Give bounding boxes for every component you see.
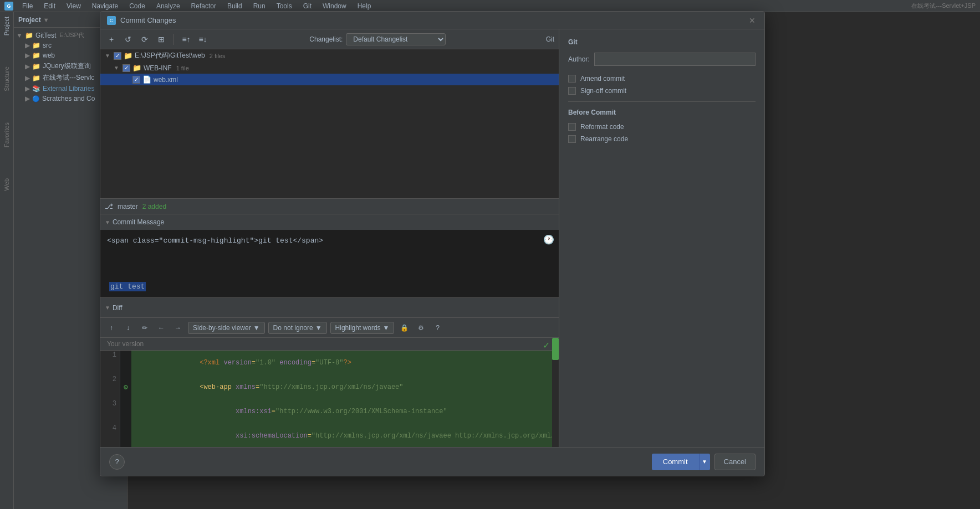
expand-all-button[interactable]: ≡↓	[196, 33, 210, 46]
diff-help-button[interactable]: ?	[431, 321, 444, 335]
folder-icon-web: 📁	[32, 52, 40, 59]
diff-line-4: 4 xsi:schemaLocation="http://xmlns.jcp.o…	[100, 424, 559, 447]
author-input[interactable]	[594, 53, 756, 66]
menu-tools[interactable]: Tools	[274, 1, 294, 11]
sync-button[interactable]: ⟳	[138, 33, 151, 46]
sidebar-tab-favorites[interactable]: Favorites	[1, 118, 12, 152]
tree-label-web: web	[43, 52, 55, 59]
menu-view[interactable]: View	[64, 1, 83, 11]
diff-up-button[interactable]: ↑	[105, 321, 118, 335]
menu-analyze[interactable]: Analyze	[154, 1, 182, 11]
amend-commit-row: Amend commit	[568, 75, 756, 83]
commit-message-history-icon[interactable]: 🕐	[543, 234, 554, 245]
menu-code[interactable]: Code	[127, 1, 147, 11]
line-num-3: 3	[100, 399, 120, 424]
xml-equals-1: =	[252, 359, 256, 367]
checkbox-webxml[interactable]: ✓	[132, 76, 140, 84]
diff-ignore-dropdown[interactable]: Do not ignore ▼	[268, 322, 327, 334]
help-button[interactable]: ?	[109, 454, 125, 470]
file-tree-item-webxml[interactable]: ✓ 📄 web.xml	[100, 74, 559, 85]
menu-edit[interactable]: Edit	[42, 1, 58, 11]
chevron-down-icon-2: ▼	[315, 324, 322, 332]
tree-label-extlib: External Libraries	[43, 85, 94, 92]
file-tree: ▼ ✓ 📁 E:\JSP代码\GitTest\web 2 files ▼ ✓ 📁…	[100, 49, 559, 198]
diff-next-button[interactable]: →	[171, 321, 185, 335]
file-tree-folder-root[interactable]: ▼ ✓ 📁 E:\JSP代码\GitTest\web 2 files	[100, 49, 559, 62]
menu-file[interactable]: File	[20, 1, 35, 11]
author-label: Author:	[568, 55, 590, 63]
sidebar-tab-web[interactable]: Web	[1, 174, 12, 195]
folder-icon-webinf: 📁	[132, 64, 141, 72]
folder-icon-servlet: 📁	[32, 74, 40, 82]
commit-button-group: Commit ▼	[652, 454, 710, 470]
expand-icon-web: ▶	[25, 52, 30, 59]
xml-attr-version: version	[223, 359, 251, 367]
branch-name: master	[118, 203, 138, 210]
expand-icon-src: ▶	[25, 42, 30, 49]
file-tree-folder-webinf[interactable]: ▼ ✓ 📁 WEB-INF 1 file	[100, 62, 559, 74]
rearrange-code-checkbox[interactable]	[568, 135, 576, 143]
menu-window[interactable]: Window	[320, 1, 349, 11]
menu-git[interactable]: Git	[301, 1, 314, 11]
amend-commit-label: Amend commit	[580, 75, 625, 83]
checkbox-webinf[interactable]: ✓	[122, 64, 130, 72]
line-content-4: xsi:schemaLocation="http://xmlns.jcp.org…	[131, 424, 559, 447]
commit-button[interactable]: Commit	[652, 454, 699, 470]
branch-icon: ⎇	[105, 202, 113, 210]
reformat-code-checkbox[interactable]	[568, 123, 576, 131]
diff-edit-button[interactable]: ✏	[138, 321, 151, 335]
ide-background: G File Edit View Navigate Code Analyze R…	[0, 0, 980, 509]
diff-down-button[interactable]: ↓	[121, 321, 135, 335]
before-commit-title: Before Commit	[568, 109, 756, 116]
rearrange-code-row: Rearrange code	[568, 135, 756, 143]
menu-build[interactable]: Build	[225, 1, 244, 11]
add-button[interactable]: +	[105, 33, 118, 46]
collapse-all-button[interactable]: ≡↑	[180, 33, 193, 46]
xml-file-icon: 📄	[142, 75, 151, 84]
commit-message-header[interactable]: ▼ Commit Message	[100, 214, 559, 230]
collapse-arrow-diff: ▼	[105, 305, 110, 311]
commit-message-section: ▼ Commit Message <span class="commit-msg…	[100, 214, 559, 297]
expand-arrow-root: ▼	[105, 53, 111, 59]
diff-highlight-dropdown[interactable]: Highlight words ▼	[330, 322, 395, 334]
diff-version-label: Your version	[100, 338, 559, 351]
menu-refactor[interactable]: Refactor	[189, 1, 218, 11]
menu-navigate[interactable]: Navigate	[90, 1, 120, 11]
branch-status: 2 added	[142, 203, 166, 210]
xml-value-xmlns: "http://xmlns.jcp.org/xml/ns/javaee"	[259, 383, 403, 391]
collapse-arrow-msg: ▼	[105, 219, 110, 225]
commit-dropdown-button[interactable]: ▼	[699, 454, 710, 470]
project-label: Project	[18, 16, 41, 24]
cancel-button[interactable]: Cancel	[714, 454, 756, 470]
dialog-close-button[interactable]: ✕	[747, 15, 758, 26]
diff-lock-button[interactable]: 🔒	[397, 321, 411, 335]
diff-settings-button[interactable]: ⚙	[414, 321, 427, 335]
diff-viewer-dropdown[interactable]: Side-by-side viewer ▼	[188, 322, 265, 334]
menu-help[interactable]: Help	[355, 1, 374, 11]
expand-icon-scratches: ▶	[25, 95, 30, 102]
xml-attr-enc: encoding	[275, 359, 312, 367]
checkbox-root[interactable]: ✓	[114, 52, 121, 60]
extlib-icon: 📚	[32, 85, 40, 92]
menu-bar: G File Edit View Navigate Code Analyze R…	[0, 0, 980, 12]
tree-label-servlet: 在线考试---Servlc	[43, 73, 94, 83]
diff-prev-button[interactable]: ←	[155, 321, 168, 335]
refresh-button[interactable]: ↺	[121, 33, 135, 46]
dialog-icon: C	[107, 16, 116, 25]
diff-scrollbar[interactable]	[552, 338, 559, 447]
dialog-footer: ? Commit ▼ Cancel	[100, 447, 764, 476]
changelist-select[interactable]: Default Changelist	[346, 33, 446, 45]
amend-commit-checkbox[interactable]	[568, 75, 576, 83]
menu-run[interactable]: Run	[251, 1, 268, 11]
move-button[interactable]: ⊞	[155, 33, 168, 46]
diff-section: ▼ Diff ↑ ↓ ✏ ← → Side-by-side viewer ▼	[100, 297, 559, 447]
tree-label-jquery: JQuery级联查询	[43, 61, 91, 71]
signoff-commit-checkbox[interactable]	[568, 87, 576, 95]
sidebar-tab-project[interactable]: Project	[1, 12, 12, 40]
line-content-3: xmlns:xsi="http://www.w3.org/2001/XMLSch…	[131, 399, 559, 424]
left-sidebar: Project Structure Favorites Web	[0, 12, 14, 509]
tree-label-src: src	[43, 42, 52, 49]
file-count-webinf: 1 file	[176, 65, 189, 71]
sidebar-tab-structure[interactable]: Structure	[1, 62, 12, 96]
commit-message-input[interactable]: <span class="commit-msg-highlight">git t…	[105, 234, 554, 279]
